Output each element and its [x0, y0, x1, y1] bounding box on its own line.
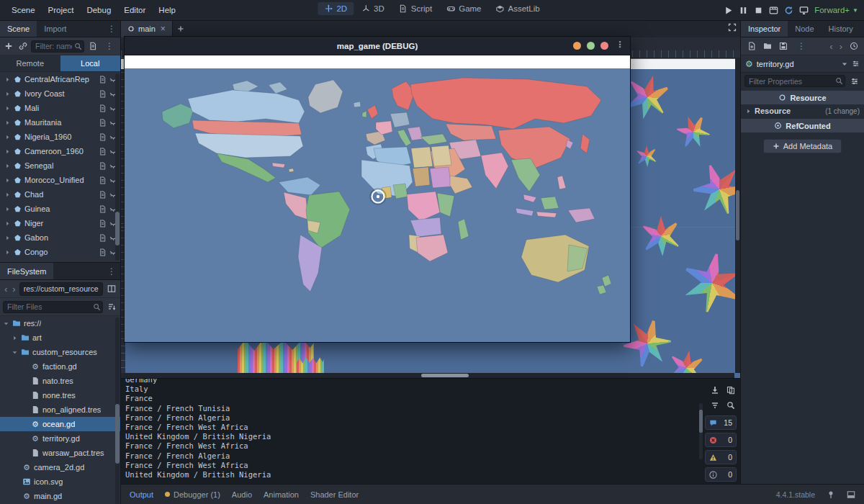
script-icon[interactable] [99, 76, 107, 84]
tab-node[interactable]: Node [788, 20, 821, 37]
scene-tree-menu-icon[interactable]: ⋮ [101, 42, 118, 50]
window-close-button[interactable] [600, 42, 608, 50]
fs-row-folder[interactable]: custom_resources [0, 345, 120, 359]
fs-row-folder[interactable]: res:// [0, 316, 120, 330]
tab-inspector[interactable]: Inspector [741, 20, 788, 37]
save-log-button[interactable] [709, 384, 721, 396]
tab-filesystem[interactable]: FileSystem [0, 263, 53, 279]
scene-node-row[interactable]: CentralAfricanRep [0, 72, 120, 86]
warnings-count-badge[interactable]: 0 [705, 450, 737, 464]
expand-panel-icon[interactable] [847, 490, 855, 499]
world-map[interactable] [125, 68, 630, 342]
history-back-icon[interactable]: ‹ [828, 42, 834, 51]
window-maximize-button[interactable] [587, 42, 595, 50]
scrollbar-thumb[interactable] [699, 410, 703, 432]
tab-audio[interactable]: Audio [232, 490, 252, 499]
save-resource-button[interactable] [777, 40, 789, 53]
copy-log-button[interactable] [725, 384, 737, 396]
instance-scene-button[interactable] [17, 40, 29, 53]
scene-node-row[interactable]: Gabon [0, 230, 120, 245]
chevron-right-icon[interactable] [4, 148, 11, 155]
menu-scene[interactable]: Scene [6, 4, 41, 17]
scene-node-row[interactable]: Mauritania [0, 115, 120, 130]
chevron-down-icon[interactable] [3, 320, 9, 327]
tab-scene[interactable]: Scene [0, 20, 37, 37]
scrollbar-thumb[interactable] [421, 374, 469, 377]
scene-tree-scrollbar[interactable] [115, 73, 120, 261]
fs-row-file[interactable]: none.tres [0, 388, 120, 402]
chevron-right-icon[interactable] [4, 249, 11, 256]
scene-node-row[interactable]: Guinea [0, 202, 120, 216]
chevron-right-icon[interactable] [4, 134, 11, 140]
sort-files-button[interactable] [105, 301, 117, 313]
menu-debug[interactable]: Debug [81, 4, 117, 17]
scene-node-row[interactable]: Nigeria_1960 [0, 130, 120, 144]
scene-node-row[interactable]: Mali [0, 101, 120, 115]
chevron-right-icon[interactable] [12, 335, 18, 341]
distraction-free-icon[interactable] [728, 23, 737, 32]
chevron-right-icon[interactable] [4, 76, 11, 83]
add-node-button[interactable] [2, 40, 14, 53]
chevron-right-icon[interactable] [4, 192, 11, 198]
fs-row-file[interactable]: non_aligned.tres [0, 402, 120, 417]
workspace-2d-button[interactable]: 2D [318, 2, 354, 15]
attach-script-button[interactable] [86, 40, 99, 53]
messages-count-badge[interactable]: 15 [705, 415, 737, 430]
toggle-split-mode-button[interactable] [105, 283, 117, 295]
resource-menu-icon[interactable]: ⋮ [793, 42, 810, 50]
chevron-right-icon[interactable] [4, 235, 11, 241]
history-forward-icon[interactable]: › [838, 42, 844, 51]
menu-project[interactable]: Project [42, 4, 80, 17]
workspace-3d-button[interactable]: 3D [355, 2, 391, 15]
load-resource-button[interactable] [761, 40, 773, 53]
script-icon[interactable] [99, 191, 107, 199]
fs-row-file[interactable]: icon.svg [0, 474, 120, 489]
pin-panel-icon[interactable] [827, 490, 835, 499]
scene-node-row[interactable]: Congo [0, 245, 120, 259]
script-icon[interactable] [99, 220, 107, 228]
viewport-horizontal-scrollbar[interactable] [121, 373, 734, 378]
extra-options-icon[interactable] [852, 60, 860, 68]
tab-debugger[interactable]: Debugger (1) [165, 490, 220, 499]
chevron-right-icon[interactable] [745, 108, 752, 114]
chevron-right-icon[interactable] [4, 105, 11, 112]
output-log[interactable]: Germany Italy France France / French Tun… [125, 378, 694, 480]
viewport-vertical-scrollbar[interactable] [735, 58, 740, 373]
scrollbar-thumb[interactable] [115, 212, 120, 246]
property-options-button[interactable] [848, 75, 860, 87]
new-resource-button[interactable] [745, 40, 757, 53]
fs-row-file-selected[interactable]: ⚙ocean.gd [0, 417, 120, 431]
tab-animation[interactable]: Animation [264, 490, 299, 499]
scene-tab-main[interactable]: main × [121, 20, 173, 37]
game-window-titlebar[interactable]: map_game (DEBUG) ⋮ [125, 37, 630, 55]
info-count-badge[interactable]: 0 [705, 467, 737, 482]
movie-maker-button[interactable] [769, 6, 778, 15]
script-icon[interactable] [99, 205, 107, 213]
game-debug-window[interactable]: map_game (DEBUG) ⋮ [124, 36, 631, 343]
scene-node-row[interactable]: Cameroon_1960 [0, 144, 120, 158]
dock-menu-icon[interactable]: ⋮ [103, 267, 120, 276]
local-button[interactable]: Local [60, 55, 121, 71]
add-metadata-button[interactable]: Add Metadata [763, 139, 842, 153]
remote-button[interactable]: Remote [0, 55, 60, 71]
chevron-right-icon[interactable] [4, 220, 11, 227]
fs-row-file[interactable]: warsaw_pact.tres [0, 446, 120, 460]
scene-node-row[interactable]: Morocco_Unified [0, 173, 120, 187]
history-button[interactable] [847, 40, 860, 53]
play-button[interactable] [724, 6, 733, 15]
edited-resource-row[interactable]: ⚙ territory.gd [741, 55, 864, 73]
filter-messages-button[interactable] [709, 400, 721, 411]
renderer-dropdown[interactable]: Forward+▼ [814, 6, 858, 14]
fs-row-file[interactable]: nato.tres [0, 374, 120, 388]
resource-section-row[interactable]: Resource (1 change) [741, 104, 864, 117]
workspace-script-button[interactable]: Script [392, 2, 438, 15]
scrollbar-thumb[interactable] [115, 404, 120, 464]
pause-button[interactable] [739, 6, 748, 15]
output-scrollbar[interactable] [699, 403, 703, 459]
dock-menu-icon[interactable]: ⋮ [103, 24, 120, 33]
tab-shader-editor[interactable]: Shader Editor [310, 490, 359, 499]
scrollbar-thumb[interactable] [736, 190, 739, 240]
scene-node-row[interactable]: Niger [0, 216, 120, 230]
filesystem-scrollbar[interactable] [115, 318, 120, 504]
scene-node-row[interactable]: Senegal [0, 158, 120, 173]
